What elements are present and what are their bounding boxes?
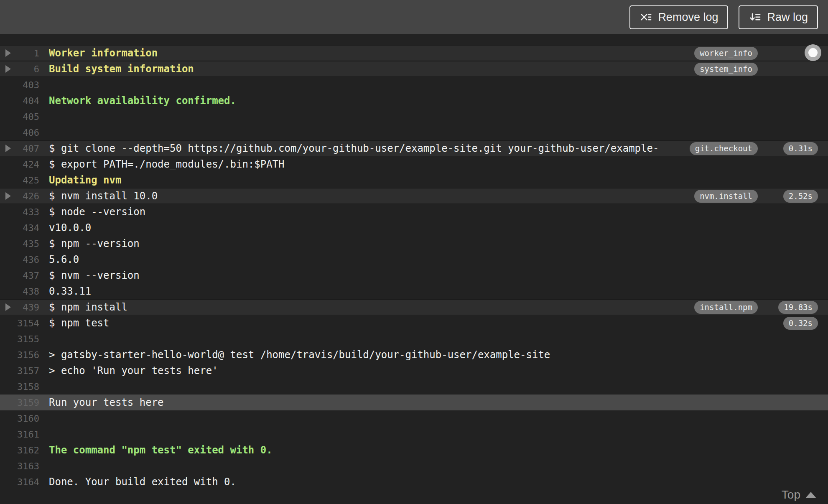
log-text: Run your tests here [49, 397, 828, 408]
raw-log-button[interactable]: Raw log [739, 5, 818, 29]
duration-slot: 0.32s [776, 317, 818, 330]
log-text: $ node --version [49, 206, 828, 218]
log-text: Updating nvm [49, 174, 828, 186]
line-number[interactable]: 3163 [15, 461, 39, 471]
log-row: 439$ npm installinstall.npm19.83s [0, 299, 828, 315]
log-text: > gatsby-starter-hello-world@ test /home… [49, 349, 828, 361]
remove-log-button[interactable]: Remove log [629, 5, 728, 29]
fold-toggle[interactable] [0, 303, 15, 311]
row-badges: system_info [689, 63, 828, 76]
log-text: $ npm install [49, 301, 689, 313]
fold-name-badge: git.checkout [690, 142, 758, 155]
log-text: v10.0.0 [49, 222, 828, 234]
line-number[interactable]: 439 [15, 302, 39, 313]
fold-name-slot: worker_info [689, 47, 758, 60]
line-number[interactable]: 3159 [15, 397, 39, 408]
log-text: $ npm --version [49, 238, 828, 249]
log-row: 3160 [0, 410, 828, 426]
log-row: 3159Run your tests here [0, 395, 828, 410]
row-badges: 0.32s [689, 317, 828, 330]
log-row: 425Updating nvm [0, 172, 828, 188]
row-badges: nvm.install2.52s [689, 190, 828, 203]
line-number[interactable]: 1 [15, 48, 39, 59]
log-text: Build system information [49, 63, 689, 75]
line-number[interactable]: 3158 [15, 382, 39, 392]
line-number[interactable]: 435 [15, 239, 39, 249]
line-number[interactable]: 438 [15, 286, 39, 297]
line-number[interactable]: 3154 [15, 318, 39, 328]
log-row: 434v10.0.0 [0, 220, 828, 236]
duration-badge: 0.32s [783, 317, 818, 330]
log-row: 1Worker informationworker_info [0, 45, 828, 61]
triangle-right-icon [5, 303, 11, 311]
line-number[interactable]: 3164 [15, 477, 39, 487]
fold-name-badge: nvm.install [694, 190, 758, 203]
log-row: 3154$ npm test0.32s [0, 315, 828, 331]
line-number[interactable]: 3156 [15, 350, 39, 360]
log-text: 0.33.11 [49, 285, 828, 297]
triangle-right-icon [5, 192, 11, 200]
duration-slot: 2.52s [776, 190, 818, 203]
line-number[interactable]: 425 [15, 175, 39, 186]
log-row: 437$ nvm --version [0, 267, 828, 283]
fold-toggle[interactable] [0, 65, 15, 73]
log-row: 435$ npm --version [0, 236, 828, 252]
log-text: $ npm test [49, 317, 689, 329]
fold-toggle[interactable] [0, 145, 15, 152]
log-toolbar: Remove log Raw log [0, 0, 828, 34]
top-label: Top [782, 488, 800, 501]
log-row: 4365.6.0 [0, 252, 828, 267]
fold-name-slot: system_info [689, 63, 758, 76]
log-row: 433$ node --version [0, 204, 828, 220]
line-number[interactable]: 426 [15, 191, 39, 201]
remove-log-icon [639, 11, 652, 24]
line-number[interactable]: 3162 [15, 445, 39, 456]
line-number[interactable]: 424 [15, 159, 39, 170]
duration-slot: 0.31s [776, 142, 818, 155]
line-number[interactable]: 433 [15, 207, 39, 217]
log-row: 3155 [0, 331, 828, 347]
log-text: Network availability confirmed. [49, 95, 828, 107]
line-number[interactable]: 403 [15, 80, 39, 90]
log-text: Done. Your build exited with 0. [49, 476, 828, 488]
line-number[interactable]: 405 [15, 112, 39, 122]
line-number[interactable]: 437 [15, 270, 39, 281]
fold-name-badge: install.npm [694, 301, 758, 314]
fold-name-slot: nvm.install [689, 190, 758, 203]
log-text: $ nvm --version [49, 270, 828, 281]
line-number[interactable]: 407 [15, 143, 39, 154]
log-text: 5.6.0 [49, 254, 828, 265]
remove-log-label: Remove log [658, 11, 718, 24]
build-log: 1Worker informationworker_info6Build sys… [0, 34, 828, 490]
row-badges: install.npm19.83s [689, 301, 828, 314]
line-number[interactable]: 3155 [15, 334, 39, 344]
log-row: 4380.33.11 [0, 283, 828, 299]
log-row: 3156> gatsby-starter-hello-world@ test /… [0, 347, 828, 363]
triangle-right-icon [5, 145, 11, 152]
fold-toggle[interactable] [0, 49, 15, 57]
log-row: 406 [0, 125, 828, 140]
triangle-right-icon [5, 65, 11, 73]
raw-log-label: Raw log [767, 11, 808, 24]
line-number[interactable]: 436 [15, 255, 39, 265]
line-number[interactable]: 6 [15, 64, 39, 74]
line-number[interactable]: 406 [15, 127, 39, 138]
back-to-top-link[interactable]: Top [782, 488, 816, 501]
line-number[interactable]: 434 [15, 223, 39, 233]
line-number[interactable]: 3160 [15, 413, 39, 424]
log-row: 3158 [0, 379, 828, 395]
log-row: 403 [0, 77, 828, 93]
log-text: > echo 'Run your tests here' [49, 365, 828, 377]
duration-slot: 19.83s [776, 301, 818, 314]
fold-name-slot: git.checkout [689, 142, 758, 155]
line-number[interactable]: 3161 [15, 429, 39, 440]
duration-badge: 2.52s [783, 190, 818, 203]
scroll-indicator[interactable] [805, 44, 821, 61]
arrow-up-icon [805, 492, 816, 498]
fold-toggle[interactable] [0, 192, 15, 200]
line-number[interactable]: 3157 [15, 366, 39, 376]
log-row: 3157> echo 'Run your tests here' [0, 363, 828, 379]
line-number[interactable]: 404 [15, 96, 39, 106]
log-row: 3163 [0, 458, 828, 474]
triangle-right-icon [5, 49, 11, 57]
